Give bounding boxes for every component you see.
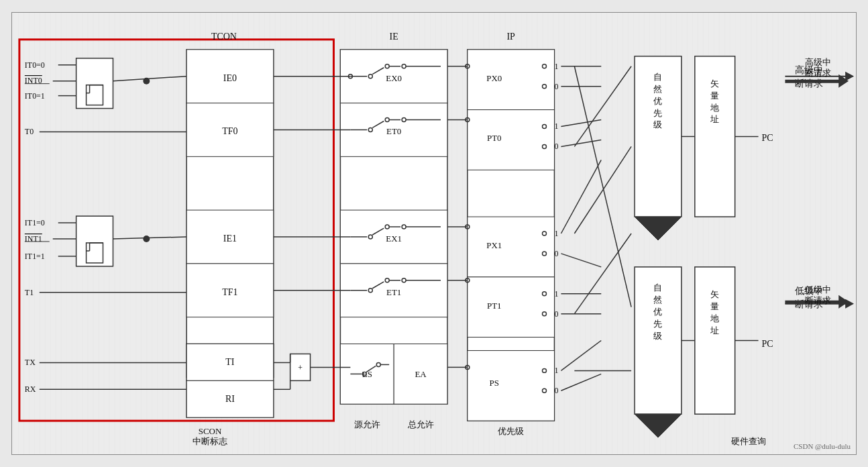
svg-text:INT1: INT1 xyxy=(25,234,42,244)
svg-text:然: 然 xyxy=(653,84,662,94)
svg-text:1: 1 xyxy=(554,121,558,131)
watermark: CSDN @dulu-dulu xyxy=(794,442,851,450)
svg-text:IT0=1: IT0=1 xyxy=(25,91,45,101)
svg-text:ES: ES xyxy=(362,369,372,379)
svg-text:ET0: ET0 xyxy=(386,126,401,136)
svg-text:TF1: TF1 xyxy=(222,287,237,297)
svg-text:IE1: IE1 xyxy=(223,234,237,244)
svg-text:PX1: PX1 xyxy=(486,240,502,250)
svg-text:自: 自 xyxy=(653,72,662,82)
svg-text:IT1=0: IT1=0 xyxy=(25,218,45,227)
svg-text:TI: TI xyxy=(225,357,235,367)
svg-text:PS: PS xyxy=(490,378,499,388)
svg-text:1: 1 xyxy=(554,289,558,299)
svg-text:断请求: 断请求 xyxy=(805,295,831,305)
svg-text:先: 先 xyxy=(653,108,662,118)
svg-rect-74 xyxy=(468,50,555,110)
svg-text:量: 量 xyxy=(710,91,719,101)
svg-text:1: 1 xyxy=(554,229,558,238)
svg-text:PC: PC xyxy=(762,133,773,143)
svg-text:TX: TX xyxy=(25,358,36,367)
svg-rect-76 xyxy=(468,110,555,170)
svg-text:级: 级 xyxy=(653,119,662,129)
svg-text:优: 优 xyxy=(653,307,662,317)
svg-text:自: 自 xyxy=(653,282,662,293)
svg-text:IT1=1: IT1=1 xyxy=(25,252,45,261)
svg-text:0: 0 xyxy=(554,309,558,319)
svg-text:EX1: EX1 xyxy=(386,234,402,244)
svg-text:址: 址 xyxy=(710,325,719,335)
svg-rect-160 xyxy=(87,243,103,263)
svg-text:0: 0 xyxy=(554,82,558,91)
svg-rect-147 xyxy=(87,85,103,105)
svg-text:高级中: 高级中 xyxy=(805,57,831,67)
svg-text:EX0: EX0 xyxy=(386,73,402,83)
svg-text:低级中: 低级中 xyxy=(805,284,831,295)
svg-text:1: 1 xyxy=(554,366,558,375)
svg-text:量: 量 xyxy=(710,301,719,311)
svg-text:T0: T0 xyxy=(25,127,34,136)
svg-text:总允许: 总允许 xyxy=(407,419,434,429)
svg-text:T1: T1 xyxy=(25,288,34,297)
svg-text:优先级: 优先级 xyxy=(498,426,524,436)
svg-text:0: 0 xyxy=(554,386,558,395)
svg-point-171 xyxy=(143,236,150,242)
svg-text:级: 级 xyxy=(653,331,662,341)
svg-rect-82 xyxy=(468,350,555,421)
svg-text:断请求: 断请求 xyxy=(805,68,831,78)
svg-text:地: 地 xyxy=(710,103,719,113)
svg-text:+: + xyxy=(298,363,303,372)
svg-text:0: 0 xyxy=(554,142,558,151)
svg-text:PX0: PX0 xyxy=(486,73,502,83)
svg-text:地: 地 xyxy=(710,313,719,323)
svg-text:ET1: ET1 xyxy=(386,287,401,297)
svg-text:硬件查询: 硬件查询 xyxy=(731,436,766,446)
svg-text:然: 然 xyxy=(653,295,662,305)
svg-text:SCON: SCON xyxy=(199,426,222,436)
svg-text:优: 优 xyxy=(653,96,662,106)
svg-text:IP: IP xyxy=(506,32,515,42)
svg-text:RX: RX xyxy=(25,384,36,394)
svg-text:矢: 矢 xyxy=(710,289,719,299)
svg-text:0: 0 xyxy=(554,249,558,258)
svg-text:址: 址 xyxy=(710,115,719,125)
main-container: TCON IE0 TF0 IE1 TF1 TI RI xyxy=(0,0,868,467)
svg-text:RI: RI xyxy=(225,394,235,404)
svg-rect-80 xyxy=(468,277,555,338)
svg-marker-120 xyxy=(785,80,842,83)
svg-text:TCON: TCON xyxy=(211,32,237,42)
svg-text:先: 先 xyxy=(653,319,662,329)
svg-rect-78 xyxy=(468,217,555,277)
svg-text:PT1: PT1 xyxy=(487,301,502,311)
svg-text:矢: 矢 xyxy=(710,79,719,89)
svg-text:源允许: 源允许 xyxy=(354,419,380,429)
svg-text:EA: EA xyxy=(415,369,427,379)
svg-text:IT0=0: IT0=0 xyxy=(25,60,45,70)
svg-text:1: 1 xyxy=(554,62,558,71)
svg-text:中断标志: 中断标志 xyxy=(193,436,227,446)
diagram-area: TCON IE0 TF0 IE1 TF1 TI RI xyxy=(11,12,857,455)
svg-text:PT0: PT0 xyxy=(487,133,502,143)
svg-text:IE: IE xyxy=(390,32,398,42)
svg-text:IE0: IE0 xyxy=(223,73,237,83)
svg-text:PC: PC xyxy=(762,339,773,349)
svg-text:TF0: TF0 xyxy=(222,126,237,136)
